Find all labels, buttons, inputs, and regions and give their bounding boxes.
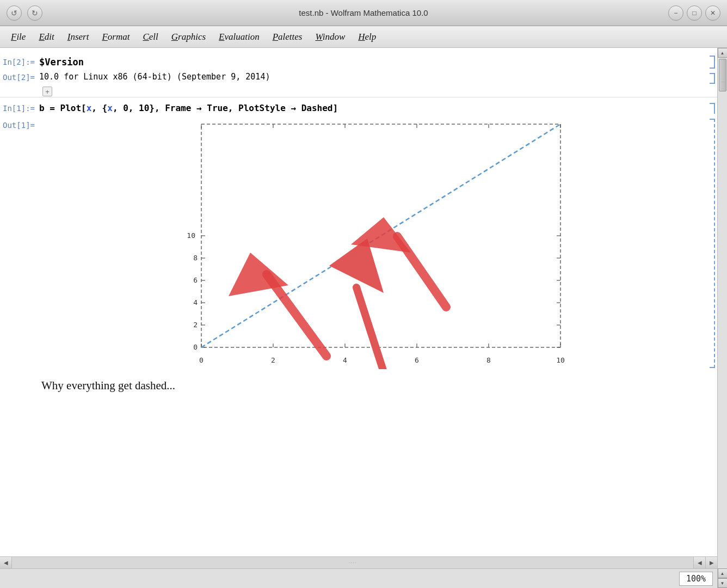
cell-output-1-row: Out[1]= 0 xyxy=(0,117,717,373)
zoom-level[interactable]: 100% xyxy=(679,572,713,586)
bracket-in2 xyxy=(705,53,717,71)
question-row: Why everything get dashed... xyxy=(0,373,717,401)
cell-label-out2: Out[2]= xyxy=(0,71,38,86)
title-bar-left-buttons: ↺ ↻ xyxy=(7,5,42,21)
cell-input-2-text: $Version xyxy=(39,57,84,68)
zoom-button[interactable]: ↻ xyxy=(27,5,42,21)
menu-window[interactable]: Window xyxy=(309,29,352,45)
bracket-out1 xyxy=(705,117,717,373)
notebook-outer: In[2]:= $Version Out[2]= 10.0 for Linux … xyxy=(0,48,727,588)
svg-text:6: 6 xyxy=(415,356,419,364)
svg-text:6: 6 xyxy=(193,276,198,284)
svg-text:2: 2 xyxy=(271,356,275,364)
cell-output-2-content: 10.0 for Linux x86 (64-bit) (September 9… xyxy=(38,71,705,86)
close-button-2[interactable]: □ xyxy=(687,5,702,21)
svg-text:8: 8 xyxy=(486,356,491,364)
main-area: In[2]:= $Version Out[2]= 10.0 for Linux … xyxy=(0,48,727,588)
cell-input-1: In[1]:= b = Plot[x, {x, 0, 10}, Frame → … xyxy=(0,97,717,117)
scroll-left-button[interactable]: ◀ xyxy=(0,557,12,569)
cell-input-2-content[interactable]: $Version xyxy=(38,53,705,71)
scroll-right-button-1[interactable]: ◀ xyxy=(693,557,705,569)
title-bar-right-buttons: − □ ✕ xyxy=(668,5,720,21)
svg-text:0: 0 xyxy=(199,356,204,364)
scroll-track-dots: ···· xyxy=(718,79,727,84)
window-title: test.nb - Wolfram Mathematica 10.0 xyxy=(299,8,428,17)
bracket-in1-line xyxy=(710,103,715,114)
bottom-scroll-track[interactable]: ···· xyxy=(12,557,693,568)
add-cell-row: + xyxy=(0,86,717,97)
svg-text:2: 2 xyxy=(193,321,198,329)
scroll-down-button-1[interactable]: ▲ xyxy=(718,568,728,578)
bottom-scroll-right: ◀ ▶ xyxy=(693,557,717,569)
scroll-thumb[interactable] xyxy=(719,59,726,91)
cell-label-in1: In[1]:= xyxy=(0,101,38,117)
cell-output-2: Out[2]= 10.0 for Linux x86 (64-bit) (Sep… xyxy=(0,71,717,86)
close-button-3[interactable]: ✕ xyxy=(705,5,720,21)
menu-edit[interactable]: Edit xyxy=(32,29,60,45)
graph-area: 0 2 4 6 8 10 xyxy=(38,117,705,373)
cell-input-2: In[2]:= $Version xyxy=(0,48,717,71)
close-button-1[interactable]: − xyxy=(668,5,683,21)
graph-plot-container: 0 2 4 6 8 10 xyxy=(171,119,569,369)
svg-text:8: 8 xyxy=(193,254,198,262)
notebook-scroll-area: In[2]:= $Version Out[2]= 10.0 for Linux … xyxy=(0,48,717,588)
cell-output-2-text: 10.0 for Linux x86 (64-bit) (September 9… xyxy=(39,72,270,82)
menu-format[interactable]: Format xyxy=(95,29,136,45)
scroll-track[interactable]: ···· xyxy=(718,58,727,568)
svg-rect-0 xyxy=(201,124,560,347)
scroll-up-button[interactable]: ▲ xyxy=(718,48,728,58)
cell-label-out1: Out[1]= xyxy=(0,117,38,373)
bracket-out2 xyxy=(705,71,717,86)
svg-text:10: 10 xyxy=(187,231,195,240)
bracket-out1-line xyxy=(710,119,715,368)
bracket-in1 xyxy=(705,101,717,117)
menu-cell[interactable]: Cell xyxy=(136,29,164,45)
bottom-scrollbar: ◀ ···· ◀ ▶ xyxy=(0,556,717,568)
title-bar: ↺ ↻ test.nb - Wolfram Mathematica 10.0 −… xyxy=(0,0,727,26)
menu-palettes[interactable]: Palettes xyxy=(266,29,309,45)
scroll-down-button-2[interactable]: ▼ xyxy=(718,578,728,588)
right-scrollbar: ▲ ···· ▲ ▼ xyxy=(717,48,727,588)
bracket-in2-line xyxy=(710,56,715,69)
question-text: Why everything get dashed... xyxy=(38,379,689,393)
notebook-page: In[2]:= $Version Out[2]= 10.0 for Linux … xyxy=(0,48,717,556)
menu-help[interactable]: Help xyxy=(352,29,383,45)
cell-input-1-text: b = Plot[x, {x, 0, 10}, Frame → True, Pl… xyxy=(39,103,338,113)
cell-label-in2: In[2]:= xyxy=(0,53,38,71)
scroll-bottom-buttons: ▲ ▼ xyxy=(718,568,728,588)
menu-evaluation[interactable]: Evaluation xyxy=(212,29,266,45)
scroll-dots: ···· xyxy=(348,560,356,566)
menu-bar: File Edit Insert Format Cell Graphics Ev… xyxy=(0,26,727,48)
add-cell-button[interactable]: + xyxy=(42,87,52,96)
svg-text:4: 4 xyxy=(193,298,198,307)
zoom-bar: 100% xyxy=(0,568,717,588)
svg-text:0: 0 xyxy=(193,343,198,351)
bracket-out2-line xyxy=(710,73,715,84)
minimize-button[interactable]: ↺ xyxy=(7,5,22,21)
svg-text:10: 10 xyxy=(556,356,565,364)
scroll-right-button-2[interactable]: ▶ xyxy=(705,557,717,569)
menu-file[interactable]: File xyxy=(4,29,32,45)
cell-input-1-content[interactable]: b = Plot[x, {x, 0, 10}, Frame → True, Pl… xyxy=(38,101,705,117)
plot-svg: 0 2 4 6 8 10 xyxy=(171,119,569,369)
menu-insert[interactable]: Insert xyxy=(61,29,96,45)
svg-text:4: 4 xyxy=(343,356,347,364)
menu-graphics[interactable]: Graphics xyxy=(165,29,212,45)
